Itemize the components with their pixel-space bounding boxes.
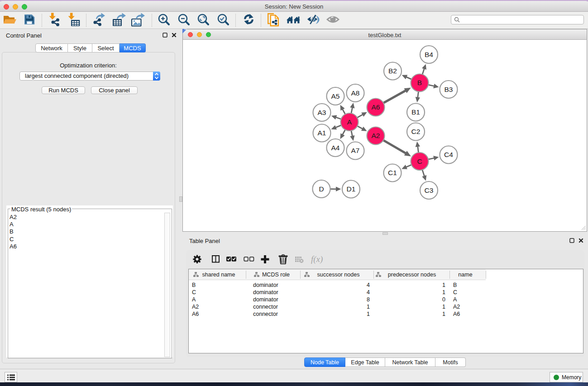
svg-text:A: A — [347, 118, 352, 126]
svg-text:A6: A6 — [372, 103, 380, 111]
svg-text:C3: C3 — [425, 186, 434, 194]
svg-text:A3: A3 — [318, 109, 326, 116]
svg-text:A8: A8 — [351, 89, 360, 97]
svg-text:B1: B1 — [411, 108, 420, 116]
svg-text:D1: D1 — [347, 185, 356, 193]
svg-text:B: B — [417, 79, 422, 86]
svg-text:D: D — [319, 185, 324, 193]
svg-text:f(x): f(x) — [311, 254, 323, 264]
svg-text:C1: C1 — [388, 169, 397, 176]
svg-text:A4: A4 — [331, 144, 340, 152]
svg-text:B3: B3 — [445, 86, 453, 93]
svg-text:A2: A2 — [372, 132, 380, 139]
svg-text:A1: A1 — [318, 129, 326, 137]
svg-text:A7: A7 — [351, 147, 360, 154]
svg-text:B4: B4 — [425, 51, 433, 58]
svg-text:B2: B2 — [388, 67, 397, 75]
svg-text:C2: C2 — [411, 128, 421, 135]
svg-text:A5: A5 — [331, 92, 340, 100]
svg-text:C: C — [417, 157, 422, 165]
svg-text:C4: C4 — [444, 151, 453, 158]
